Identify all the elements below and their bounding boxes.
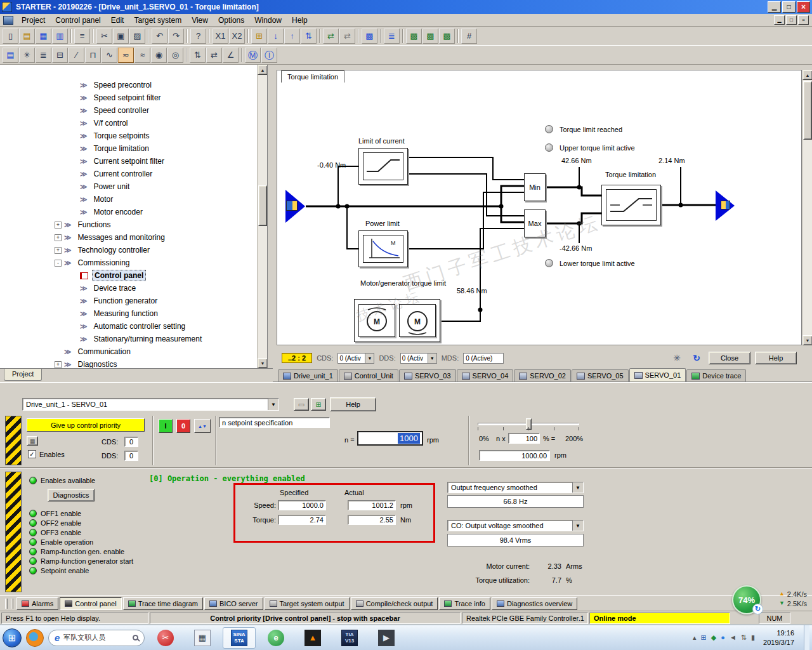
save-archive-icon[interactable]: ▥ [52,29,68,44]
menu-item-options[interactable]: Options [213,15,249,26]
show-outputs-icon[interactable]: ▩ [362,29,377,44]
dds-select[interactable]: 0 (Activ ▼ [400,353,437,364]
max-block[interactable]: Max [524,209,546,237]
print-icon[interactable]: ≡ [74,29,90,44]
drive-navigator-icon[interactable]: ▤ [3,48,18,63]
menu-item-help[interactable]: Help [287,15,313,26]
cds-field[interactable]: 0 [124,437,138,447]
diagnostics-button[interactable]: Diagnostics [48,489,95,501]
drive-tab-device-trace[interactable]: Device trace [686,369,746,381]
drive-tab-drive-unit-1[interactable]: Drive_unit_1 [278,369,338,381]
view-tab-control-panel[interactable]: Control panel [60,597,121,610]
taskbar-app-browser-green[interactable]: e [259,627,292,649]
topology-icon[interactable]: # [461,29,477,44]
view-tab-bico-server[interactable]: BICO server [204,597,263,610]
battery-optimizer-overlay[interactable]: 74% ↻ [732,585,761,614]
jog-buttons[interactable]: ▲▼ [194,419,211,433]
tree-item-diagnostics[interactable]: +≫Diagnostics [0,358,267,368]
scrollbar-thumb[interactable] [258,185,267,226]
inputs-outputs-icon[interactable]: ⇅ [190,48,206,63]
magnifier-icon[interactable] [133,635,138,640]
drive-tab-servo-03[interactable]: SERVO_03 [399,369,456,381]
minimize-button[interactable]: ▁ [768,1,781,13]
menu-item-project[interactable]: Project [16,15,50,26]
copy-icon[interactable]: ▣ [113,29,129,44]
setpoint-specification-field[interactable]: n setpoint specification [219,417,330,428]
tray-safety-icon[interactable]: ◆ [711,634,716,641]
measuring-window-icon[interactable]: ▩ [422,29,438,44]
setpoint-channel-icon[interactable]: ⊓ [85,48,101,63]
view-tab-target-system-output[interactable]: Target system output [265,597,350,610]
tree-item-v-f-control[interactable]: ≫V/f control [0,117,267,129]
new-project-icon[interactable]: ▯ [3,29,18,44]
tree-item-motor-encoder[interactable]: ≫Motor encoder [0,206,267,218]
chevron-down-icon[interactable]: ▼ [428,354,436,363]
drive-off-button[interactable]: 0 [176,419,190,433]
redo-icon[interactable]: ↷ [168,29,184,44]
encoder-data-icon[interactable]: ◎ [167,48,183,63]
torque-limitation-block[interactable] [601,185,661,225]
gear-icon[interactable]: ✳ [669,352,684,364]
trace-window-icon[interactable]: ▩ [406,29,422,44]
diagnostics-tool-icon[interactable]: ∠ [223,48,239,63]
tray-cloud-icon[interactable]: ● [721,634,725,641]
taskbar-app-starter[interactable]: SINASTA [223,627,256,649]
tree-item-current-setpoint-filter[interactable]: ≫Current setpoint filter [0,155,267,168]
scroll-down-button[interactable]: ▼ [802,335,812,345]
tree-item-current-controller[interactable]: ≫Current controller [0,168,267,180]
tree-item-torque-setpoints[interactable]: ≫Torque setpoints [0,129,267,142]
project-tab[interactable]: Project [4,369,42,381]
infeed-icon[interactable]: Ⓘ [261,48,277,63]
tree-item-motor[interactable]: ≫Motor [0,193,267,206]
tree-item-power-unit[interactable]: ≫Power unit [0,180,267,193]
enables-checkbox-row[interactable]: ✓ Enables [28,450,65,458]
drive-tab-control-unit[interactable]: Control_Unit [339,369,398,381]
cds-select[interactable]: 0 (Activ ▼ [337,353,374,364]
chevron-down-icon[interactable]: ▼ [268,399,278,410]
user-management-icon[interactable]: ≣ [384,29,400,44]
chevron-down-icon[interactable]: ▼ [572,482,583,493]
menu-item-view[interactable]: View [187,15,213,26]
current-controller-icon[interactable]: ≈ [134,48,150,63]
tree-item-communication[interactable]: ≫Communication [0,345,267,358]
motor-data-icon[interactable]: ◉ [151,48,167,63]
tree-item-device-trace[interactable]: ≫Device trace [0,282,267,295]
tree-item-technology-controller[interactable]: +≫Technology controller [0,244,267,256]
show-panel-button[interactable]: ▭ [294,398,309,411]
tray-usb-icon[interactable]: ⇅ [741,634,747,641]
taskbar-app-tia-portal[interactable]: TIAV13 [333,627,366,649]
tree-item-speed-precontrol[interactable]: ≫Speed precontrol [0,79,267,91]
drive-selector[interactable]: Drive_unit_1 - SERVO_01 ▼ [22,398,279,411]
refresh-icon[interactable]: ↻ [689,352,704,364]
tree-item-torque-limitation[interactable]: ≫Torque limitation [0,142,267,155]
speed-setpoint-input[interactable]: 1000 [357,431,423,446]
scroll-down-button[interactable]: ▼ [258,358,268,368]
connect-target-icon[interactable]: ⇄ [323,29,339,44]
terminals-icon[interactable]: ⊟ [52,48,68,63]
help-screen-button[interactable]: Help [755,352,797,364]
scaling-percent-field[interactable]: 100 [508,433,540,444]
taskbar-clock[interactable]: 19:16 2019/3/17 [761,628,799,647]
expand-icon[interactable]: + [55,222,62,229]
assume-control-button[interactable]: ⊞ [311,398,326,411]
expand-icon[interactable]: + [55,234,62,241]
context-help-icon[interactable]: ? [190,29,206,44]
tree-item-functions[interactable]: +≫Functions [0,218,267,231]
ramp-generator-icon[interactable]: ∕ [69,48,84,63]
signal1-select[interactable]: Output frequency smoothed ▼ [447,482,584,493]
limit-of-current-block[interactable] [358,148,408,185]
min-block[interactable]: Min [524,173,546,201]
panel-help-button[interactable]: Help [330,397,376,411]
menu-item-control-panel[interactable]: Control panel [50,15,105,26]
signal2-select[interactable]: CO: Output voltage smoothed ▼ [447,520,584,531]
power-limit-block[interactable]: M [358,230,408,267]
mdi-minimize-button[interactable]: ▁ [774,15,785,25]
tree-item-measuring-function[interactable]: ≫Measuring function [0,307,267,320]
zoom-x2-icon[interactable]: X2 [229,29,245,44]
restore-button[interactable]: □ [782,1,796,13]
tree-item-stationary-turning-measurement[interactable]: ≫Stationary/turning measurement [0,333,267,345]
mdi-child-icon[interactable] [3,16,13,25]
accessible-nodes-icon[interactable]: ⊞ [251,29,267,44]
input-signal-chip-icon[interactable] [286,201,298,211]
chevron-down-icon[interactable]: ▼ [572,521,583,531]
